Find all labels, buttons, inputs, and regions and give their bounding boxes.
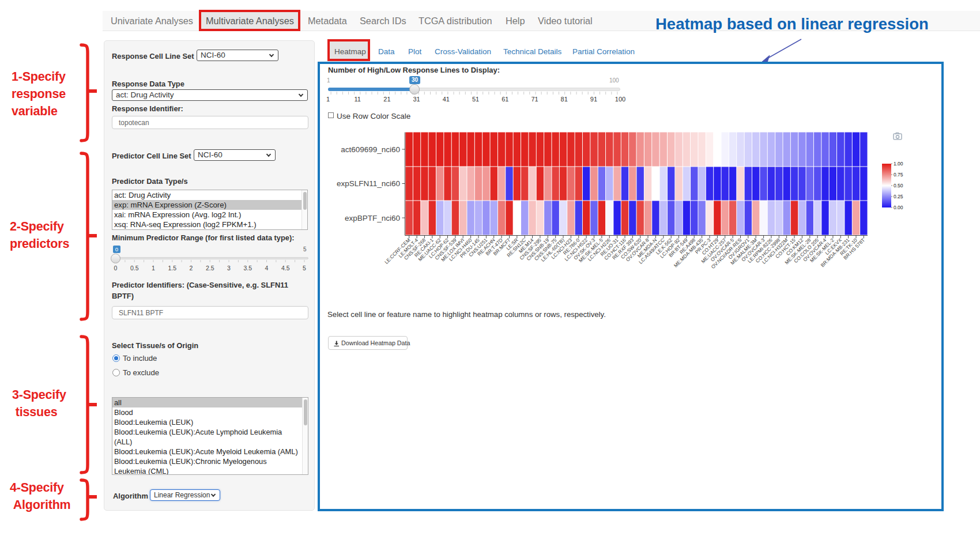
svg-text:expBPTF_nci60: expBPTF_nci60 (345, 214, 400, 222)
svg-text:0.50: 0.50 (894, 183, 903, 188)
svg-text:act609699_nci60: act609699_nci60 (341, 145, 400, 154)
svg-text:0.00: 0.00 (894, 205, 903, 210)
svg-text:expSLFN11_nci60: expSLFN11_nci60 (337, 179, 400, 188)
svg-text:1.00: 1.00 (894, 161, 903, 167)
svg-text:0.25: 0.25 (894, 194, 903, 199)
svg-text:0.75: 0.75 (894, 172, 903, 178)
